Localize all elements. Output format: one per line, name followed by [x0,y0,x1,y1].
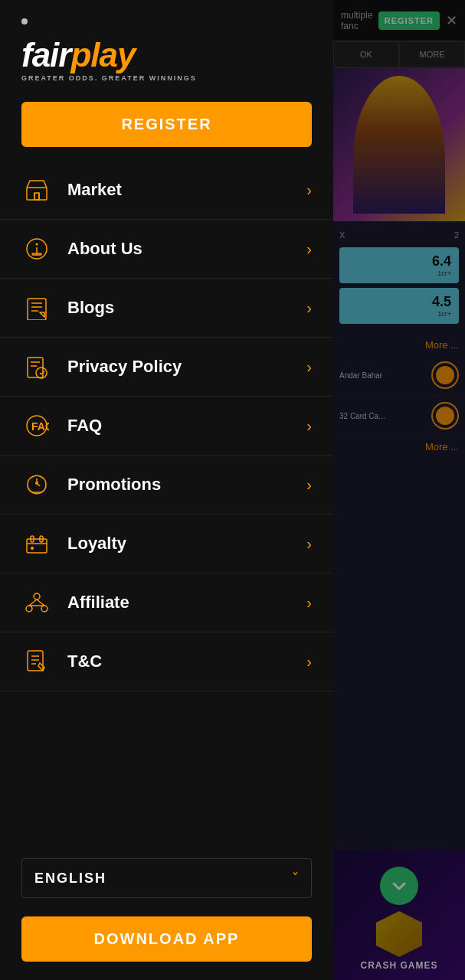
logo-tagline: GREATER ODDS. GREATER WINNINGS [21,74,197,82]
odds-header: X 2 [339,227,459,243]
chevron-right-icon: › [306,181,312,199]
casino-badge-2[interactable] [431,402,459,430]
nav-list: Market › About Us › Blogs › Privacy Poli… [0,161,333,851]
logo-fair: fair [21,36,70,74]
svg-point-27 [34,593,40,599]
blog-icon [21,292,52,323]
casino-row-2: 32 Card Ca... [333,396,465,436]
chevron-right-icon: › [306,535,312,553]
chevron-right-icon: › [306,417,312,435]
scroll-down-button[interactable] [380,867,418,905]
sidebar-item-label-blogs: Blogs [67,298,306,318]
casino-badge-inner-1 [436,366,454,384]
info-icon [21,234,52,264]
sidebar-item-promotions[interactable]: Promotions › [0,456,333,514]
svg-point-26 [31,547,34,550]
more-button[interactable]: MORE [399,41,465,67]
sidebar-item-label-faq: FAQ [67,416,306,436]
more-link-1[interactable]: More ... [333,335,465,355]
right-register-button[interactable]: REGISTER [378,11,440,30]
sidebar-item-market[interactable]: Market › [0,161,333,220]
odd-sub-1: 1cr+ [347,270,451,277]
svg-point-29 [41,606,47,612]
chevron-right-icon: › [306,240,312,258]
crash-games-label: CRASH GAMES [360,960,437,971]
sidebar-item-faq[interactable]: FAQ FAQ › [0,397,333,456]
ok-button[interactable]: OK [333,41,399,67]
chevron-right-icon: › [306,594,312,612]
odd-item-1[interactable]: 6.4 1cr+ [339,247,459,283]
right-panel-topbar: multiple fanc REGISTER ✕ [333,0,465,41]
right-panel-buttons: OK MORE [333,41,465,68]
casino-row-1: Andar Bahar [333,355,465,396]
svg-rect-8 [28,299,46,320]
more-link-2[interactable]: More ... [333,436,465,457]
logo-play: play [70,36,135,74]
dealer-image [333,68,465,221]
odds-panel: X 2 6.4 1cr+ 4.5 1cr+ [333,221,465,335]
chevron-right-icon: › [306,299,312,317]
svg-text:FAQ: FAQ [31,420,49,433]
logo-text: fairplay [21,38,136,72]
faq-icon: FAQ [21,410,52,441]
svg-line-31 [37,599,44,606]
topbar-text: multiple fanc [341,10,378,31]
sidebar-item-label-loyalty: Loyalty [67,534,306,554]
chevron-right-icon: › [306,653,312,671]
promotions-icon [21,469,52,500]
privacy-icon [21,351,52,382]
download-app-button[interactable]: DOWNLOAD APP [21,916,312,962]
casino-badge-1[interactable] [431,361,459,389]
svg-point-28 [26,606,32,612]
sidebar-item-tnc[interactable]: T&C › [0,632,333,691]
sidebar-item-label-affiliate: Affiliate [67,593,306,612]
crash-shield-icon [376,911,422,957]
sidebar-item-about-us[interactable]: About Us › [0,220,333,279]
register-button[interactable]: REGISTER [21,102,312,147]
dealer-silhouette [353,76,445,214]
tnc-icon [21,646,52,677]
sidebar: fairplay GREATER ODDS. GREATER WINNINGS … [0,0,333,980]
svg-line-30 [29,599,37,606]
odd-item-2[interactable]: 4.5 1cr+ [339,288,459,324]
sidebar-item-label-market: Market [67,180,306,200]
odd-value-1: 6.4 [347,253,451,270]
sidebar-item-loyalty[interactable]: Loyalty › [0,514,333,573]
loyalty-icon [21,528,52,559]
svg-point-5 [36,243,38,246]
chevron-down-icon: ˅ [292,870,299,887]
language-selector[interactable]: ENGLISH ˅ [21,858,312,898]
odd-value-2: 4.5 [347,294,451,310]
svg-point-20 [35,482,38,485]
odds-col1: X [339,230,345,240]
store-icon [21,175,52,205]
sidebar-item-blogs[interactable]: Blogs › [0,279,333,338]
sidebar-item-label-promotions: Promotions [67,475,306,495]
chevron-right-icon: › [306,358,312,376]
sidebar-item-label-about: About Us [67,239,306,259]
svg-line-14 [40,373,41,374]
language-label: ENGLISH [34,871,106,887]
logo-dot [21,18,28,24]
close-icon[interactable]: ✕ [446,12,457,29]
casino-name-2: 32 Card Ca... [339,412,385,420]
sidebar-item-label-tnc: T&C [67,652,306,671]
casino-badge-inner-2 [436,407,454,425]
svg-rect-22 [27,539,47,553]
svg-rect-3 [34,193,39,200]
sidebar-item-privacy-policy[interactable]: Privacy Policy › [0,338,333,397]
logo-area: fairplay GREATER ODDS. GREATER WINNINGS [0,0,333,94]
svg-rect-0 [27,188,47,200]
sidebar-item-label-privacy: Privacy Policy [67,357,306,377]
chevron-right-icon: › [306,476,312,494]
logo: fairplay GREATER ODDS. GREATER WINNINGS [21,18,312,82]
affiliate-icon [21,587,52,618]
casino-name-1: Andar Bahar [339,371,382,380]
crash-games-section: CRASH GAMES [333,850,465,980]
sidebar-item-affiliate[interactable]: Affiliate › [0,573,333,632]
svg-point-13 [36,368,47,378]
odd-sub-2: 1cr+ [347,310,451,318]
right-panel: multiple fanc REGISTER ✕ OK MORE X 2 6.4… [333,0,465,980]
odds-col2: 2 [454,230,459,240]
